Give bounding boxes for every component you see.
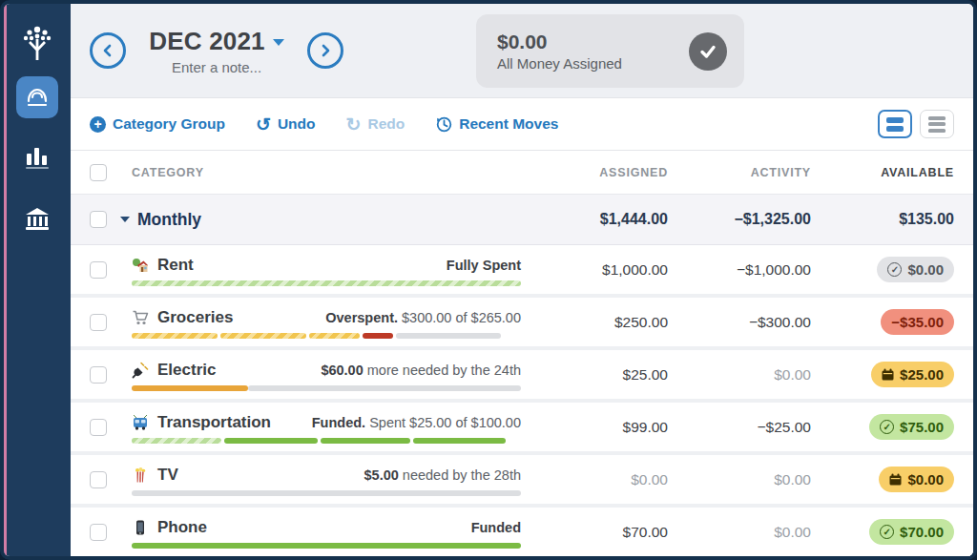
- sidebar-item-budget[interactable]: [16, 76, 58, 118]
- progress-bar: [132, 280, 521, 286]
- category-row-transportation[interactable]: Transportation Funded. Spent $25.00 of $…: [71, 403, 973, 451]
- assigned-value[interactable]: $70.00: [534, 524, 668, 541]
- category-status: Overspent. $300.00 of $265.00: [325, 310, 521, 325]
- month-selector[interactable]: DEC 2021 Enter a note...: [135, 27, 298, 75]
- redo-label: Redo: [367, 115, 405, 133]
- main-content: DEC 2021 Enter a note... $0.00 All Money…: [71, 4, 973, 556]
- category-status: Fully Spent: [447, 258, 521, 273]
- month-note[interactable]: Enter a note...: [135, 59, 298, 75]
- assigned-value[interactable]: $99.00: [534, 419, 668, 436]
- window-edge-accent: [4, 4, 7, 556]
- available-pill[interactable]: ✓$70.00: [869, 519, 954, 545]
- group-name[interactable]: Monthly: [137, 210, 534, 230]
- row-checkbox[interactable]: [90, 419, 107, 436]
- category-name[interactable]: Groceries: [157, 308, 233, 327]
- category-row-phone[interactable]: Phone Funded $70.00 $0.00 ✓$70.00: [71, 508, 973, 556]
- assigned-value[interactable]: $0.00: [534, 471, 668, 488]
- category-status: Funded. Spent $25.00 of $100.00: [312, 415, 521, 430]
- category-name[interactable]: Transportation: [157, 413, 271, 432]
- assigned-value[interactable]: $250.00: [534, 314, 668, 331]
- row-checkbox[interactable]: [90, 524, 107, 541]
- history-clock-icon: [435, 115, 452, 133]
- all-assigned-check-circle: [689, 32, 727, 71]
- budget-app-window: DEC 2021 Enter a note... $0.00 All Money…: [0, 0, 977, 560]
- view-toggle-group: [878, 110, 954, 138]
- undo-label: Undo: [278, 115, 316, 133]
- group-assigned[interactable]: $1,444.00: [534, 211, 668, 228]
- available-pill[interactable]: ✓$0.00: [877, 257, 954, 282]
- available-column-header[interactable]: AVAILABLE: [811, 166, 954, 179]
- table-header-row: CATEGORY ASSIGNED ACTIVITY AVAILABLE: [71, 151, 973, 195]
- sidebar-item-reports[interactable]: [16, 137, 58, 179]
- category-rows: Rent Fully Spent $1,000.00 −$1,000.00 ✓$…: [71, 245, 973, 556]
- category-row-rent[interactable]: Rent Fully Spent $1,000.00 −$1,000.00 ✓$…: [71, 245, 973, 294]
- redo-button[interactable]: ↻ Redo: [346, 115, 405, 134]
- bar-chart-icon: [24, 146, 51, 171]
- category-name[interactable]: Phone: [157, 518, 207, 537]
- next-month-button[interactable]: [307, 32, 343, 69]
- activity-value[interactable]: $0.00: [668, 366, 811, 384]
- budget-toolbar: + Category Group ↺ Undo ↻ Redo Recent Mo…: [71, 98, 973, 151]
- undo-button[interactable]: ↺ Undo: [256, 115, 316, 134]
- category-status: $60.00 more needed by the 24th: [321, 363, 521, 378]
- row-checkbox[interactable]: [90, 314, 107, 331]
- category-row-tv[interactable]: TV $5.00 needed by the 28th $0.00 $0.00 …: [71, 455, 973, 504]
- month-title[interactable]: DEC 2021: [149, 27, 265, 56]
- ynab-tree-logo[interactable]: [18, 21, 56, 63]
- row-checkbox[interactable]: [90, 261, 107, 279]
- category-name[interactable]: TV: [157, 466, 178, 485]
- mobile-phone-icon: [132, 519, 149, 536]
- progress-bar: [132, 333, 521, 339]
- electric-plug-icon: [132, 362, 149, 379]
- check-circle-icon: ✓: [887, 262, 902, 277]
- row-checkbox[interactable]: [90, 366, 107, 384]
- chevron-left-icon: [101, 44, 114, 57]
- sidebar: [4, 4, 71, 556]
- category-row-groceries[interactable]: Groceries Overspent. $300.00 of $265.00 …: [71, 298, 973, 346]
- collapse-caret-icon[interactable]: [120, 217, 130, 222]
- ynab-tree-logo-graphic: [19, 22, 55, 62]
- available-pill[interactable]: −$35.00: [881, 309, 954, 335]
- assigned-column-header[interactable]: ASSIGNED: [534, 166, 668, 179]
- available-pill[interactable]: $0.00: [879, 467, 954, 492]
- select-all-checkbox[interactable]: [90, 164, 107, 181]
- house-garden-icon: [132, 257, 149, 274]
- progress-bar: [132, 490, 521, 496]
- condensed-view-toggle[interactable]: [920, 110, 954, 138]
- row-checkbox[interactable]: [90, 471, 107, 488]
- recent-moves-label: Recent Moves: [459, 115, 558, 133]
- category-row-electric[interactable]: Electric $60.00 more needed by the 24th …: [71, 350, 973, 399]
- add-category-group-label: Category Group: [113, 115, 225, 133]
- plus-circle-icon: +: [90, 116, 106, 133]
- category-column-header[interactable]: CATEGORY: [132, 166, 534, 179]
- ready-to-assign-label: All Money Assigned: [497, 55, 689, 72]
- activity-value[interactable]: −$300.00: [668, 314, 811, 331]
- calendar-icon: [882, 368, 894, 381]
- group-checkbox[interactable]: [90, 211, 107, 228]
- ready-to-assign-panel[interactable]: $0.00 All Money Assigned: [476, 14, 744, 88]
- previous-month-button[interactable]: [90, 32, 126, 69]
- add-category-group-button[interactable]: + Category Group: [90, 115, 225, 133]
- assigned-value[interactable]: $1,000.00: [534, 261, 668, 279]
- available-pill[interactable]: $25.00: [871, 362, 954, 387]
- progress-bar: [132, 385, 521, 391]
- progress-bar: [132, 543, 521, 549]
- category-name[interactable]: Electric: [157, 361, 216, 380]
- category-group-row-monthly[interactable]: Monthly $1,444.00 −$1,325.00 $135.00: [71, 195, 973, 245]
- chevron-right-icon: [319, 44, 332, 57]
- activity-value[interactable]: $0.00: [668, 471, 811, 488]
- activity-value[interactable]: $0.00: [668, 524, 811, 541]
- category-status: Funded: [471, 520, 521, 535]
- shopping-cart-icon: [132, 309, 149, 326]
- category-status: $5.00 needed by the 28th: [364, 467, 522, 483]
- activity-column-header[interactable]: ACTIVITY: [668, 166, 811, 179]
- category-name[interactable]: Rent: [157, 256, 194, 275]
- expanded-view-toggle[interactable]: [878, 110, 912, 138]
- activity-value[interactable]: −$25.00: [668, 419, 811, 436]
- sidebar-item-accounts[interactable]: [16, 198, 58, 240]
- activity-value[interactable]: −$1,000.00: [668, 261, 811, 279]
- recent-moves-button[interactable]: Recent Moves: [435, 115, 558, 133]
- available-pill[interactable]: ✓$75.00: [869, 414, 954, 440]
- popcorn-icon: [132, 467, 149, 484]
- assigned-value[interactable]: $25.00: [534, 366, 668, 384]
